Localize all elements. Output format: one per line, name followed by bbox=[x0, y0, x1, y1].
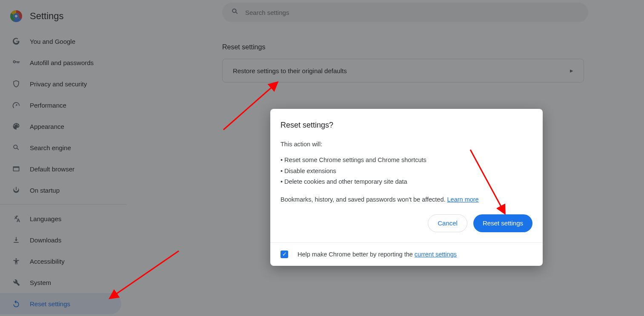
dialog-note: Bookmarks, history, and saved passwords … bbox=[280, 194, 532, 205]
dialog-bullet: • Delete cookies and other temporary sit… bbox=[280, 177, 532, 187]
reset-settings-dialog: Reset settings? This action will: • Rese… bbox=[270, 109, 543, 266]
dialog-footer: ✓ Help make Chrome better by reporting t… bbox=[270, 242, 543, 266]
footer-text: Help make Chrome better by reporting the bbox=[298, 251, 415, 258]
current-settings-link[interactable]: current settings bbox=[415, 251, 457, 258]
report-settings-checkbox[interactable]: ✓ bbox=[280, 251, 288, 258]
dialog-intro: This action will: bbox=[280, 139, 532, 150]
reset-settings-button[interactable]: Reset settings bbox=[473, 214, 532, 232]
dialog-bullet: • Disable extensions bbox=[280, 166, 532, 177]
dialog-title: Reset settings? bbox=[280, 121, 532, 130]
dialog-bullet: • Reset some Chrome settings and Chrome … bbox=[280, 155, 532, 165]
learn-more-link[interactable]: Learn more bbox=[447, 196, 479, 203]
cancel-button[interactable]: Cancel bbox=[428, 214, 467, 232]
dialog-body: This action will: • Reset some Chrome se… bbox=[280, 139, 532, 205]
modal-scrim: Reset settings? This action will: • Rese… bbox=[0, 0, 644, 316]
